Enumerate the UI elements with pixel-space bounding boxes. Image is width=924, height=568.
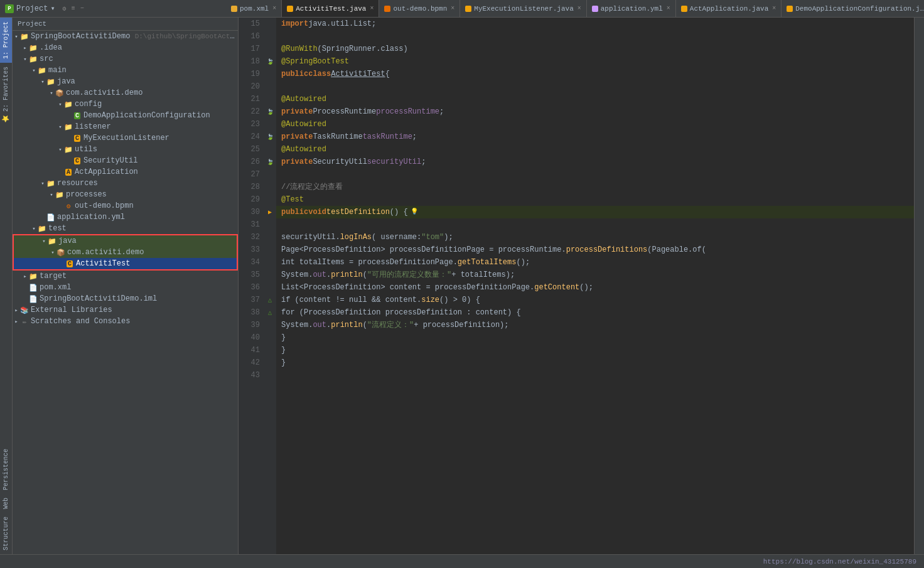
tab-democonfig[interactable]: DemoApplicationConfiguration.j…× (782, 0, 924, 17)
tab-close-outdemo[interactable]: × (451, 5, 454, 12)
code-line-17: @RunWith(SpringRunner.class) (276, 43, 914, 55)
line-numbers: 1516171819202122232425262728293031323334… (239, 18, 264, 554)
tab-close-actapp[interactable]: × (772, 5, 776, 12)
tree-arrow-pomxml[interactable] (21, 284, 29, 291)
tree-arrow-main[interactable]: ▾ (30, 67, 38, 74)
tab-listener[interactable]: MyExecutionListener.java× (460, 0, 586, 17)
tree-node-scratches[interactable]: ▸✏Scratches and Consoles (13, 316, 238, 327)
code-line-19: public class ActivitiTest { (276, 68, 914, 80)
tab-icon-actapp (681, 6, 687, 12)
tree-node-sbdemoIml[interactable]: 📄SpringBootActivitiDemo.iml (13, 293, 238, 304)
tree-node-secUtil[interactable]: CSecurityUtil (13, 155, 238, 166)
tree-arrow-testjava[interactable]: ▾ (40, 237, 48, 245)
tree-arrow-activitiTest[interactable] (58, 260, 65, 267)
right-scrollbar[interactable] (914, 18, 924, 554)
tab-icon-listener (465, 6, 471, 12)
tab-activiti[interactable]: ActivitiTest.java× (282, 0, 379, 17)
tree-node-com[interactable]: ▾📦com.activiti.demo (13, 87, 238, 99)
tree-arrow-listener[interactable]: ▾ (56, 123, 64, 131)
tree-arrow-processes[interactable]: ▾ (48, 191, 55, 198)
tree-arrow-outdemobpmn[interactable] (56, 202, 64, 210)
tree-node-outdemobpmn[interactable]: ⚙out-demo.bpmn (13, 200, 238, 212)
tab-close-pom[interactable]: × (272, 5, 276, 12)
tab-close-listener[interactable]: × (578, 5, 581, 12)
tree-label-src: src (40, 55, 238, 63)
tree-node-java[interactable]: ▾📁java (13, 76, 238, 87)
line-num-43: 43 (239, 369, 260, 382)
line-num-38: 38 (239, 306, 260, 319)
tree-node-processes[interactable]: ▾📁processes (13, 189, 238, 200)
top-bar-minimize[interactable]: − (80, 5, 84, 12)
tree-label-resources: resources (57, 179, 238, 188)
intention-bulb[interactable]: 💡 (411, 206, 418, 218)
tree-arrow-root[interactable]: ▾ (13, 33, 20, 40)
web-tab[interactable]: Web (0, 494, 12, 513)
tab-appyml[interactable]: application.yml× (587, 0, 676, 17)
line-num-23: 23 (239, 118, 260, 131)
tree-arrow-com[interactable]: ▾ (48, 89, 55, 97)
tree-arrow-demoAppConfig[interactable] (65, 112, 73, 119)
tree-arrow-idea[interactable]: ▸ (21, 44, 29, 51)
tree-node-appyml[interactable]: 📄application.yml (13, 212, 238, 223)
tree-arrow-extLibs[interactable]: ▸ (13, 306, 20, 314)
tree-arrow-src[interactable]: ▾ (21, 55, 29, 63)
project-tab[interactable]: 1: Project (0, 18, 12, 63)
tab-icon-appyml (592, 6, 598, 12)
tab-label-listener: MyExecutionListener.java (474, 5, 573, 13)
tab-outdemo[interactable]: out-demo.bpmn× (379, 0, 460, 17)
tree-node-actApp[interactable]: AActApplication (13, 166, 238, 178)
gutter-mark-38: △ (264, 306, 276, 319)
tree-node-utils[interactable]: ▾📁utils (13, 144, 238, 155)
tree-arrow-utils[interactable]: ▾ (56, 146, 64, 153)
gutter-mark-24: 🍃 (264, 131, 276, 143)
tree-arrow-scratches[interactable]: ▸ (13, 318, 20, 325)
tab-label-actapp: ActApplication.java (690, 5, 768, 13)
tree-node-testpkg[interactable]: ▾📦com.activiti.demo (14, 247, 237, 258)
tree-arrow-sbdemoIml[interactable] (21, 295, 29, 303)
tree-icon-idea: 📁 (29, 43, 38, 52)
code-line-32: securityUtil.logInAs( username: "tom"); (276, 231, 914, 244)
tree-arrow-resources[interactable]: ▾ (39, 180, 46, 187)
gutter-mark-31 (264, 218, 276, 231)
tree-arrow-target[interactable]: ▸ (21, 272, 29, 280)
tab-actapp[interactable]: ActApplication.java× (676, 0, 782, 17)
tree-node-src[interactable]: ▾📁src (13, 53, 238, 65)
gutter-mark-42 (264, 356, 276, 369)
tree-node-config[interactable]: ▾📁config (13, 99, 238, 110)
persistence-tab[interactable]: Persistence (0, 445, 12, 494)
tree-arrow-actApp[interactable] (56, 168, 64, 176)
top-bar-gear[interactable]: ⚙ (63, 5, 67, 13)
tree-node-pomxml[interactable]: 📄pom.xml (13, 282, 238, 293)
tree-arrow-testpkg[interactable]: ▾ (49, 249, 56, 256)
tree-node-listener[interactable]: ▾📁listener (13, 121, 238, 132)
tab-close-activiti[interactable]: × (370, 5, 373, 12)
line-num-32: 32 (239, 231, 260, 244)
line-num-36: 36 (239, 281, 260, 294)
top-bar-menu[interactable]: ≡ (72, 5, 75, 12)
project-title[interactable]: Project ▾ (16, 4, 55, 13)
tree-node-main[interactable]: ▾📁main (13, 65, 238, 76)
tree-node-extLibs[interactable]: ▸📚External Libraries (13, 304, 238, 316)
tree-arrow-test[interactable]: ▾ (30, 225, 38, 232)
tree-arrow-myExecListener[interactable] (65, 134, 73, 142)
tree-arrow-java[interactable]: ▾ (39, 78, 46, 85)
tab-close-appyml[interactable]: × (667, 5, 670, 12)
tree-arrow-config[interactable]: ▾ (56, 100, 64, 108)
tree-node-test[interactable]: ▾📁test (13, 223, 238, 234)
tree-node-demoAppConfig[interactable]: CDemoApplicationConfiguration (13, 110, 238, 121)
tree-node-root[interactable]: ▾📁SpringBootActivitiDemo D:\github\Sprin… (13, 31, 238, 42)
favorites-tab[interactable]: ⭐ 2: Favorites (0, 63, 12, 127)
tree-node-target[interactable]: ▸📁target (13, 271, 238, 282)
tree-node-activitiTest[interactable]: CActivitiTest (14, 258, 237, 269)
tree-node-idea[interactable]: ▸📁.idea (13, 42, 238, 53)
tree-node-myExecListener[interactable]: CMyExecutionListener (13, 132, 238, 144)
tree-icon-root: 📁 (20, 32, 29, 41)
structure-tab[interactable]: Structure (0, 513, 12, 554)
tab-pom[interactable]: pom.xml× (226, 0, 282, 17)
tree-arrow-secUtil[interactable] (65, 157, 73, 164)
code-lines[interactable]: import java.util.List;@RunWith(SpringRun… (276, 18, 914, 554)
tree-icon-resources: 📁 (46, 179, 55, 188)
tree-node-resources[interactable]: ▾📁resources (13, 178, 238, 189)
tree-arrow-appyml[interactable] (39, 213, 46, 221)
tree-node-testjava[interactable]: ▾📁java (14, 235, 237, 247)
